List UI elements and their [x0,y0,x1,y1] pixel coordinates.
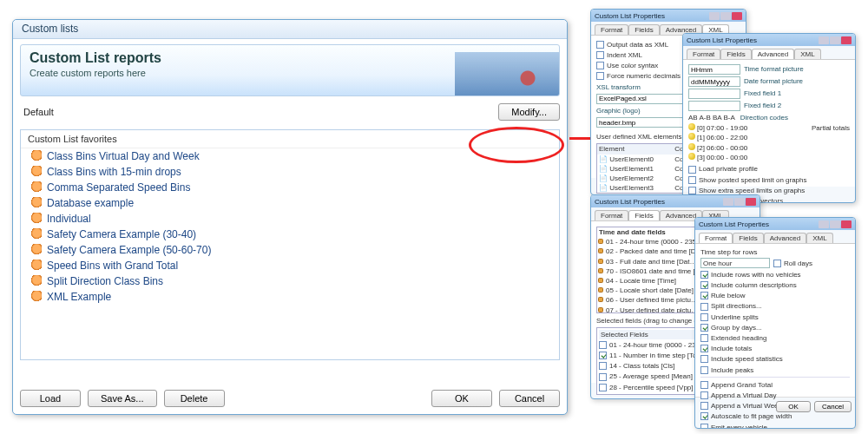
minimize-icon[interactable] [819,36,829,44]
tab-fields[interactable]: Fields [628,24,659,35]
report-icon [30,291,42,303]
favorite-item[interactable]: XML Example [21,289,559,305]
rolldays-check[interactable] [773,260,781,267]
time-format-input[interactable] [688,64,740,75]
favorite-item[interactable]: Speed Bins with Grand Total [21,258,559,273]
ok-button[interactable]: OK [776,401,811,412]
header-banner: Custom List reports Create custom report… [20,44,560,96]
banner-graphic [455,52,559,95]
checkbox[interactable] [700,391,708,399]
close-icon[interactable] [841,36,852,44]
tab-fields[interactable]: Fields [628,210,659,220]
checkbox[interactable] [700,281,708,289]
checkbox[interactable] [700,412,708,420]
properties-format-dialog: Custom List Properties Format Fields Adv… [694,217,856,429]
favorite-item[interactable]: Database example [21,195,559,211]
checkbox[interactable] [596,62,604,69]
partial-total-item[interactable]: [2] 06:00 - 00:00 [688,143,808,153]
minimize-icon[interactable] [709,12,720,20]
report-icon [30,275,42,287]
checkbox[interactable] [700,381,708,389]
checkbox[interactable] [700,366,708,374]
favorite-item[interactable]: Class Bins with 15-min drops [21,164,559,180]
favorite-item[interactable]: Split Direction Class Bins [21,273,559,289]
cancel-button[interactable]: Cancel [499,390,560,407]
tab-format[interactable]: Format [699,233,733,243]
close-icon[interactable] [841,220,852,228]
close-icon[interactable] [746,198,756,206]
maximize-icon[interactable] [720,12,731,20]
date-format-input[interactable] [688,76,740,87]
graphic-input[interactable] [596,117,683,128]
mini-title: Custom List Properties [595,12,665,20]
ok-button[interactable]: OK [431,390,492,407]
checkbox[interactable] [700,334,708,342]
checkbox[interactable] [599,362,607,370]
checkbox[interactable] [700,355,708,363]
tab-format[interactable]: Format [687,49,720,59]
tab-advanced[interactable]: Advanced [764,233,807,243]
checkbox[interactable] [688,187,696,194]
report-icon [30,213,42,225]
checkbox[interactable] [599,384,607,391]
checkbox[interactable] [700,313,708,321]
graphic-label: Graphic (logo) [596,106,641,115]
maximize-icon[interactable] [734,198,745,206]
close-icon[interactable] [732,12,742,20]
checkbox[interactable] [599,352,607,359]
report-icon [30,181,42,194]
tab-format[interactable]: Format [595,24,628,35]
favorite-item[interactable]: Safety Camera Example (30-40) [21,227,559,242]
checkbox[interactable] [700,345,708,352]
tab-xml[interactable]: XML [794,49,820,59]
checkbox[interactable] [688,176,696,184]
timestep-dropdown[interactable]: One hour [700,258,770,268]
report-icon [30,166,42,178]
maximize-icon[interactable] [830,36,840,44]
save-as-button[interactable]: Save As... [88,390,157,407]
xsl-label: XSL transform [596,82,641,92]
fixed2-input[interactable] [688,101,740,111]
xsl-input[interactable] [596,94,683,104]
tab-fields[interactable]: Fields [733,233,763,243]
default-row: Default Modify... [20,100,560,124]
favorite-item[interactable]: Safety Camera Example (50-60-70) [21,242,559,258]
delete-button[interactable]: Delete [164,390,225,407]
bullet-icon [688,123,695,130]
favorite-item[interactable]: Comma Separated Speed Bins [21,180,559,195]
minimize-icon[interactable] [723,198,733,206]
checkbox[interactable] [700,402,708,410]
checkbox[interactable] [700,292,708,299]
favorites-list: Custom List favorites Class Bins Virtual… [20,129,560,360]
mini-title: Custom List Properties [687,36,757,44]
favorite-item[interactable]: Class Bins Virtual Day and Week [21,148,559,164]
checkbox[interactable] [700,324,708,332]
cancel-button[interactable]: Cancel [814,401,852,412]
tab-xml[interactable]: XML [806,233,832,243]
load-button[interactable]: Load [20,390,81,407]
minimize-icon[interactable] [819,220,829,228]
checkbox[interactable] [596,51,604,59]
maximize-icon[interactable] [830,220,840,228]
checkbox[interactable] [700,303,708,311]
checkbox[interactable] [700,271,708,279]
checkbox[interactable] [596,41,604,49]
fixed1-input[interactable] [688,89,740,99]
tab-advanced[interactable]: Advanced [752,49,795,59]
partial-total-item[interactable]: [3] 00:00 - 00:00 [688,153,808,162]
default-label: Default [20,107,493,117]
favorite-item[interactable]: Individual [21,211,559,227]
modify-button[interactable]: Modify... [498,103,560,121]
report-icon [30,244,42,256]
checkbox[interactable] [688,166,696,174]
tab-fields[interactable]: Fields [720,49,751,59]
partial-total-item[interactable]: [1] 06:00 - 22:00 [688,133,808,142]
checkbox[interactable] [599,341,607,349]
partial-total-item[interactable]: [0] 07:00 - 19:00 [688,123,808,133]
dialog-button-row: Load Save As... Delete OK Cancel [20,390,560,407]
checkbox[interactable] [599,373,607,381]
tab-format[interactable]: Format [595,210,628,220]
dir-codes: AB A-B BA B-A [688,113,735,122]
checkbox[interactable] [596,72,604,80]
checkbox[interactable] [700,424,708,429]
